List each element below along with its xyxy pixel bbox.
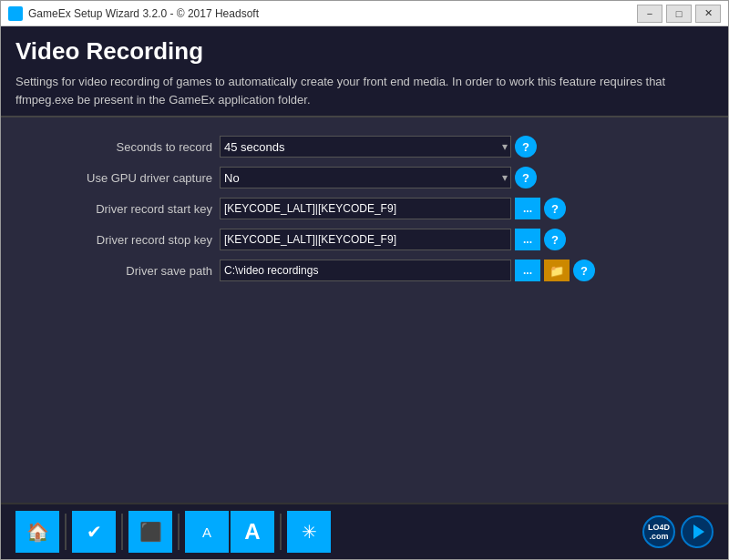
help-button-save-path[interactable]: ? bbox=[573, 260, 595, 281]
settings-button[interactable]: ✳ bbox=[287, 511, 331, 553]
toolbar-right: LO4D.com bbox=[642, 515, 714, 548]
input-group-seconds: 30 seconds 45 seconds 60 seconds 90 seco… bbox=[220, 136, 537, 158]
input-group-start-key: ... ? bbox=[220, 198, 566, 219]
form-row-start-key: Driver record start key ... ? bbox=[19, 198, 710, 219]
window: GameEx Setup Wizard 3.2.0 - © 2017 Heads… bbox=[0, 0, 729, 560]
nav-arrow-right[interactable] bbox=[681, 515, 714, 548]
watermark: LO4D.com bbox=[642, 515, 714, 548]
window-title: GameEx Setup Wizard 3.2.0 - © 2017 Heads… bbox=[28, 7, 259, 20]
toolbar-separator-4 bbox=[280, 514, 282, 550]
home-icon: 🏠 bbox=[26, 521, 49, 543]
input-group-save-path: ... 📁 ? bbox=[220, 260, 595, 281]
toolbar-separator-2 bbox=[121, 514, 123, 550]
watermark-text: LO4D.com bbox=[648, 523, 670, 541]
select-seconds[interactable]: 30 seconds 45 seconds 60 seconds 90 seco… bbox=[220, 136, 511, 158]
select-gpu[interactable]: Yes No bbox=[220, 167, 511, 188]
check-button[interactable]: ✔ bbox=[72, 511, 116, 553]
label-seconds: Seconds to record bbox=[19, 140, 220, 154]
ellipsis-button-save-path[interactable]: ... bbox=[515, 260, 540, 281]
help-button-gpu[interactable]: ? bbox=[515, 167, 537, 188]
form-row-seconds: Seconds to record 30 seconds 45 seconds … bbox=[19, 136, 710, 158]
form-area: Seconds to record 30 seconds 45 seconds … bbox=[1, 117, 728, 503]
page-title: Video Recording bbox=[15, 37, 714, 66]
label-save-path: Driver save path bbox=[19, 264, 220, 278]
watermark-circle: LO4D.com bbox=[642, 515, 675, 548]
font-small-icon: A bbox=[202, 524, 211, 540]
check-icon: ✔ bbox=[87, 521, 102, 543]
form-row-gpu: Use GPU driver capture Yes No ? bbox=[19, 167, 710, 188]
label-start-key: Driver record start key bbox=[19, 202, 220, 216]
title-bar-controls: − □ ✕ bbox=[637, 5, 721, 23]
font-small-button[interactable]: A bbox=[185, 511, 229, 553]
title-bar-left: GameEx Setup Wizard 3.2.0 - © 2017 Heads… bbox=[8, 6, 259, 21]
form-row-stop-key: Driver record stop key ... ? bbox=[19, 229, 710, 250]
toolbar-separator-1 bbox=[65, 514, 67, 550]
minimize-button[interactable]: − bbox=[637, 5, 662, 23]
input-stop-key[interactable] bbox=[220, 229, 511, 250]
page-description: Settings for video recording of games to… bbox=[15, 73, 714, 108]
close-button[interactable]: ✕ bbox=[695, 5, 721, 23]
select-wrapper-gpu: Yes No bbox=[220, 167, 511, 188]
help-button-seconds[interactable]: ? bbox=[515, 136, 537, 158]
screen-button[interactable]: ⬛ bbox=[128, 511, 172, 553]
label-gpu: Use GPU driver capture bbox=[19, 171, 220, 185]
main-content: Video Recording Settings for video recor… bbox=[1, 26, 728, 559]
font-large-button[interactable]: A bbox=[231, 511, 274, 553]
maximize-button[interactable]: □ bbox=[666, 5, 692, 23]
toolbar-separator-3 bbox=[178, 514, 180, 550]
input-group-gpu: Yes No ? bbox=[220, 167, 537, 188]
font-large-icon: A bbox=[244, 519, 260, 545]
input-save-path[interactable] bbox=[220, 260, 511, 281]
home-button[interactable]: 🏠 bbox=[15, 511, 59, 553]
app-icon bbox=[8, 6, 23, 21]
select-wrapper-seconds: 30 seconds 45 seconds 60 seconds 90 seco… bbox=[220, 136, 511, 158]
page-header: Video Recording Settings for video recor… bbox=[1, 26, 728, 117]
label-stop-key: Driver record stop key bbox=[19, 233, 220, 247]
help-button-start-key[interactable]: ? bbox=[544, 198, 566, 219]
screen-icon: ⬛ bbox=[139, 521, 162, 543]
folder-button-save-path[interactable]: 📁 bbox=[544, 260, 570, 281]
input-start-key[interactable] bbox=[220, 198, 511, 219]
settings-icon: ✳ bbox=[302, 521, 317, 543]
ellipsis-button-start-key[interactable]: ... bbox=[515, 198, 540, 219]
bottom-toolbar: 🏠 ✔ ⬛ A A ✳ bbox=[1, 503, 728, 559]
input-group-stop-key: ... ? bbox=[220, 229, 566, 250]
help-button-stop-key[interactable]: ? bbox=[544, 229, 566, 250]
toolbar-left: 🏠 ✔ ⬛ A A ✳ bbox=[15, 511, 331, 553]
title-bar: GameEx Setup Wizard 3.2.0 - © 2017 Heads… bbox=[1, 1, 728, 26]
ellipsis-button-stop-key[interactable]: ... bbox=[515, 229, 540, 250]
form-row-save-path: Driver save path ... 📁 ? bbox=[19, 260, 710, 281]
